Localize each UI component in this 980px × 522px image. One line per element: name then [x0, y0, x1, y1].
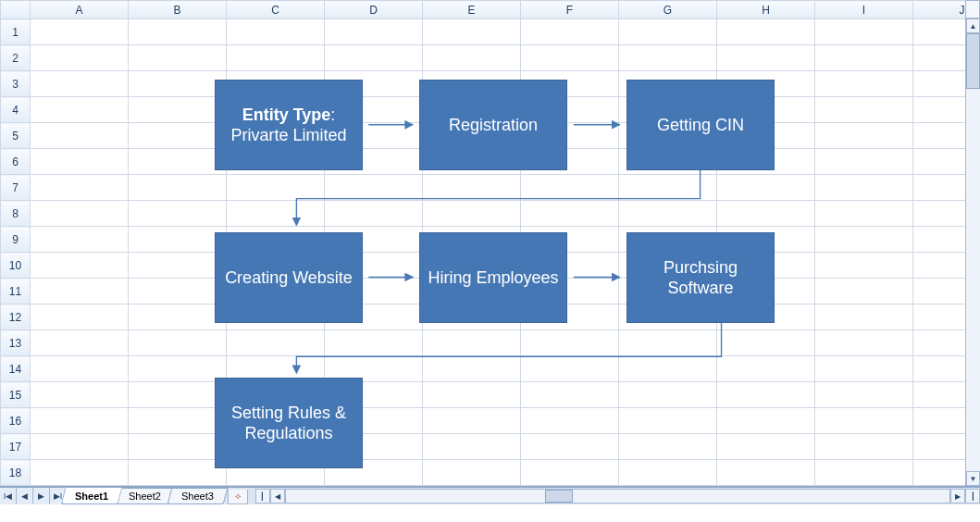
cell[interactable] — [815, 227, 913, 253]
tab-sheet1[interactable]: Sheet1 — [61, 488, 123, 504]
cell[interactable] — [31, 71, 129, 97]
cell[interactable] — [619, 45, 717, 71]
cell[interactable] — [815, 19, 913, 45]
col-head-C[interactable]: C — [227, 1, 325, 19]
cell[interactable] — [325, 201, 423, 227]
cell[interactable] — [31, 123, 129, 149]
cell[interactable] — [717, 408, 815, 434]
cell[interactable] — [129, 45, 227, 71]
worksheet-area[interactable]: ABCDEFGHIJ 123456789101112131415161718 E… — [0, 0, 980, 487]
cell[interactable] — [423, 408, 521, 434]
tab-prev-button[interactable]: ◀ — [17, 488, 33, 504]
shape-entity-type[interactable]: Entity Type: Privarte Limited — [215, 80, 363, 170]
cell[interactable] — [815, 201, 913, 227]
row-head-1[interactable]: 1 — [1, 19, 31, 45]
cell[interactable] — [717, 356, 815, 382]
cell[interactable] — [619, 460, 717, 486]
new-sheet-button[interactable]: ✧ — [228, 490, 248, 504]
row-head-16[interactable]: 16 — [1, 408, 31, 434]
cell[interactable] — [325, 330, 423, 356]
cell[interactable] — [129, 279, 227, 304]
cell[interactable] — [423, 201, 521, 227]
row-head-14[interactable]: 14 — [1, 356, 31, 382]
cell[interactable] — [423, 356, 521, 382]
cell[interactable] — [31, 356, 129, 382]
hscroll-track[interactable] — [285, 489, 950, 503]
cell[interactable] — [31, 253, 129, 279]
cell[interactable] — [717, 19, 815, 45]
shape-hiring-employees[interactable]: Hiring Employees — [419, 232, 567, 323]
cell[interactable] — [129, 408, 227, 434]
row-head-8[interactable]: 8 — [1, 201, 31, 227]
cell[interactable] — [815, 123, 913, 149]
cell[interactable] — [227, 201, 325, 227]
cell[interactable] — [619, 408, 717, 434]
cell[interactable] — [129, 382, 227, 408]
scroll-up-button[interactable]: ▲ — [966, 19, 980, 33]
row-head-13[interactable]: 13 — [1, 330, 31, 356]
cell[interactable] — [227, 45, 325, 71]
cell[interactable] — [129, 434, 227, 460]
col-head-D[interactable]: D — [325, 1, 423, 19]
cell[interactable] — [521, 434, 619, 460]
hscroll-split[interactable]: ┃ — [255, 489, 270, 503]
cell[interactable] — [129, 123, 227, 149]
scroll-right-button[interactable]: ▶ — [950, 489, 965, 503]
shape-purchasing-software[interactable]: Purchsing Software — [626, 232, 775, 323]
cell[interactable] — [717, 330, 815, 356]
cell[interactable] — [129, 330, 227, 356]
cell[interactable] — [31, 227, 129, 253]
cell[interactable] — [619, 175, 717, 201]
cell[interactable] — [717, 45, 815, 71]
cell[interactable] — [521, 19, 619, 45]
col-head-F[interactable]: F — [521, 1, 619, 19]
cell[interactable] — [129, 201, 227, 227]
shape-registration[interactable]: Registration — [419, 80, 567, 170]
cell[interactable] — [423, 19, 521, 45]
cell[interactable] — [815, 460, 913, 486]
col-head-E[interactable]: E — [423, 1, 521, 19]
cell[interactable] — [423, 330, 521, 356]
cell[interactable] — [815, 304, 913, 330]
cell[interactable] — [423, 175, 521, 201]
cell[interactable] — [31, 175, 129, 201]
cell[interactable] — [521, 356, 619, 382]
scroll-left-button[interactable]: ◀ — [270, 489, 285, 503]
cell[interactable] — [325, 45, 423, 71]
row-head-9[interactable]: 9 — [1, 227, 31, 253]
cell[interactable] — [129, 304, 227, 330]
hscroll-split-right[interactable]: ┃ — [965, 489, 980, 503]
cell[interactable] — [129, 460, 227, 486]
cell[interactable] — [815, 175, 913, 201]
row-head-12[interactable]: 12 — [1, 304, 31, 330]
cell[interactable] — [423, 382, 521, 408]
cell[interactable] — [129, 253, 227, 279]
cell[interactable] — [521, 382, 619, 408]
cell[interactable] — [31, 304, 129, 330]
shape-setting-rules[interactable]: Setting Rules & Regulations — [215, 378, 363, 468]
tab-sheet3[interactable]: Sheet3 — [167, 488, 229, 504]
cell[interactable] — [31, 19, 129, 45]
row-head-18[interactable]: 18 — [1, 460, 31, 486]
col-head-B[interactable]: B — [129, 1, 227, 19]
cell[interactable] — [815, 71, 913, 97]
scroll-down-button[interactable]: ▼ — [966, 471, 980, 486]
cell[interactable] — [717, 201, 815, 227]
vertical-scrollbar[interactable]: ▲ ▼ — [965, 19, 980, 486]
cell[interactable] — [619, 19, 717, 45]
cell[interactable] — [31, 434, 129, 460]
col-head-I[interactable]: I — [815, 1, 913, 19]
cell[interactable] — [815, 408, 913, 434]
cell[interactable] — [521, 45, 619, 71]
cell[interactable] — [521, 201, 619, 227]
cell[interactable] — [717, 460, 815, 486]
cell[interactable] — [717, 382, 815, 408]
cell[interactable] — [619, 382, 717, 408]
row-head-17[interactable]: 17 — [1, 434, 31, 460]
row-head-10[interactable]: 10 — [1, 253, 31, 279]
col-head-H[interactable]: H — [717, 1, 815, 19]
cell[interactable] — [521, 460, 619, 486]
cell[interactable] — [129, 19, 227, 45]
cell[interactable] — [325, 19, 423, 45]
cell[interactable] — [815, 149, 913, 175]
